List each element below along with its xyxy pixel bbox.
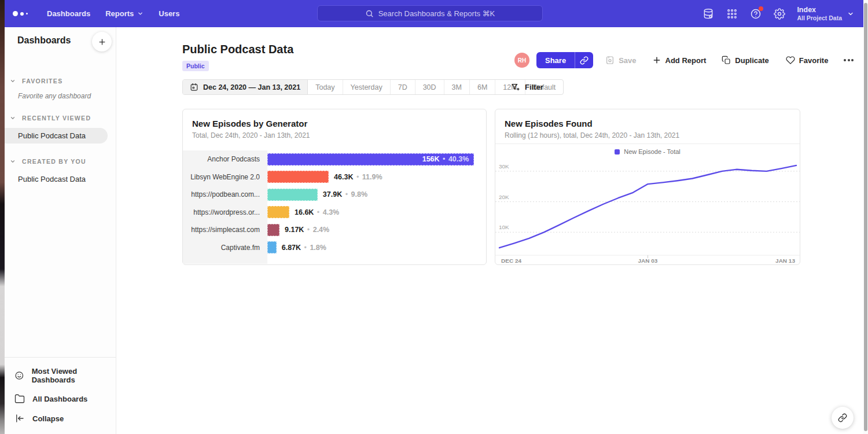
chevron-down-icon (137, 10, 144, 17)
preset-7d[interactable]: 7D (391, 80, 415, 94)
chart-subtitle: Total, Dec 24th, 2020 - Jan 13th, 2021 (192, 131, 310, 139)
nav-item-users[interactable]: Users (151, 0, 187, 27)
copy-link-floating-button[interactable] (832, 407, 854, 429)
bar-value-label: 9.17K • 2.4% (285, 226, 329, 234)
smiley-icon (14, 370, 24, 381)
bar-value-label: 16.6K • 4.3% (295, 208, 339, 216)
favorite-label: Favorite (799, 56, 829, 65)
preset-yesterday[interactable]: Yesterday (343, 80, 391, 94)
svg-text:JAN 13: JAN 13 (775, 258, 795, 264)
preset-6m[interactable]: 6M (470, 80, 495, 94)
link-icon (838, 413, 847, 422)
folder-icon (14, 393, 25, 404)
settings-button[interactable] (773, 8, 786, 20)
help-button[interactable] (749, 8, 762, 20)
footer-item-label: All Dashboards (32, 395, 87, 403)
plus-icon (652, 56, 661, 65)
nav-item-reports[interactable]: Reports (98, 0, 151, 27)
section-label: RECENTLY VIEWED (22, 115, 91, 122)
duplicate-icon (722, 56, 731, 65)
date-range-label: Dec 24, 2020 — Jan 13, 2021 (203, 83, 300, 91)
label-column-filler (183, 256, 486, 264)
sidebar-section-recently-viewed[interactable]: RECENTLY VIEWED (5, 115, 116, 122)
new-dashboard-button[interactable] (92, 32, 112, 52)
add-report-button[interactable]: Add Report (652, 56, 707, 65)
chart-title: New Episodes by Generator (192, 119, 307, 128)
line-chart[interactable]: 10K20K30KDEC 24JAN 03JAN 13 (495, 159, 800, 264)
bar-segment[interactable] (267, 241, 277, 253)
search-placeholder: Search Dashboards & Reports ⌘K (378, 9, 495, 18)
sidebar-section-created-by-you[interactable]: CREATED BY YOU (5, 158, 116, 165)
bar-track: 46.3K • 11.9% (267, 168, 486, 186)
bar-value-label: 46.3K • 11.9% (334, 173, 382, 181)
card-new-episodes-by-generator: New Episodes by Generator Total, Dec 24t… (182, 109, 487, 265)
gear-icon (774, 8, 785, 20)
plus-icon (98, 38, 106, 46)
add-report-label: Add Report (665, 56, 707, 65)
search-icon (365, 9, 374, 18)
bar-segment[interactable] (267, 171, 329, 183)
chart-title: New Episodes Found (505, 119, 593, 128)
bar-category-label: https://wordpress.or... (183, 204, 267, 222)
save-label: Save (619, 56, 636, 65)
preset-today[interactable]: Today (308, 80, 343, 94)
preset-3m[interactable]: 3M (444, 80, 470, 94)
favorite-button[interactable]: Favorite (786, 56, 829, 65)
date-range-picker[interactable]: Dec 24, 2020 — Jan 13, 2021 (183, 80, 308, 94)
page-title: Public Podcast Data (182, 43, 293, 56)
share-button[interactable]: Share (536, 52, 575, 68)
sidebar-item-public-podcast-data[interactable]: Public Podcast Data (5, 171, 108, 187)
bar-track: 156K • 40.3% (267, 150, 486, 168)
all-dashboards-button[interactable]: All Dashboards (5, 389, 116, 409)
most-viewed-dashboards-button[interactable]: Most Viewed Dashboards (5, 362, 116, 389)
footer-item-label: Collapse (32, 414, 64, 423)
background-window-sliver (0, 0, 5, 434)
chart-legend: New Episode - Total (495, 144, 800, 159)
project-scope: All Project Data (797, 14, 842, 22)
data-sources-button[interactable] (702, 8, 715, 20)
search-input[interactable]: Search Dashboards & Reports ⌘K (317, 5, 543, 21)
bar-value-label: 156K • 40.3% (422, 155, 469, 163)
bar-segment[interactable]: 156K • 40.3% (267, 153, 474, 165)
svg-text:10K: 10K (499, 224, 509, 230)
nav-item-label: Reports (105, 9, 134, 18)
collapse-sidebar-button[interactable]: Collapse (5, 409, 116, 428)
svg-text:30K: 30K (499, 163, 509, 170)
bar-value-label: 6.87K • 1.8% (282, 244, 326, 252)
grid-dots-icon (726, 8, 738, 20)
nav-item-label: Dashboards (47, 9, 90, 18)
avatar[interactable]: RH (514, 53, 529, 68)
bar-segment[interactable] (267, 189, 318, 201)
chevron-down-icon (10, 159, 16, 164)
project-switcher[interactable]: Index All Project Data (797, 6, 854, 22)
save-icon (605, 56, 615, 65)
bar-segment[interactable] (267, 224, 279, 236)
sidebar-section-favorites[interactable]: FAVORITES (5, 78, 116, 84)
sidebar-item-public-podcast-data[interactable]: Public Podcast Data (5, 128, 108, 144)
link-icon (580, 56, 589, 65)
nav-item-dashboards[interactable]: Dashboards (39, 0, 98, 27)
apps-grid-button[interactable] (726, 8, 738, 20)
svg-text:JAN 03: JAN 03 (638, 258, 658, 264)
top-nav: Dashboards Reports Users Search Dashboar… (5, 0, 863, 27)
more-options-button[interactable] (843, 57, 855, 64)
scrollbar-thumb[interactable] (864, 3, 867, 431)
duplicate-button[interactable]: Duplicate (722, 56, 769, 65)
section-label: FAVORITES (22, 78, 62, 84)
bar-category-label: Anchor Podcasts (183, 150, 267, 168)
share-link-button[interactable] (575, 52, 593, 68)
bar-row: https://simplecast.com9.17K • 2.4% (183, 221, 486, 239)
header-actions: RH Share Save Add Report Duplicate Favor… (514, 52, 855, 68)
bar-category-label: Libsyn WebEngine 2.0 (183, 168, 267, 186)
bar-row: Anchor Podcasts156K • 40.3% (183, 150, 486, 168)
footer-item-label: Most Viewed Dashboards (32, 367, 116, 384)
filter-button[interactable]: Filter (511, 79, 543, 95)
app-logo[interactable] (13, 11, 28, 16)
bar-track: 37.9K • 9.8% (267, 186, 486, 204)
bar-segment[interactable] (267, 206, 289, 218)
bar-category-label: https://podbean.com... (183, 186, 267, 204)
save-button[interactable]: Save (605, 56, 636, 65)
preset-30d[interactable]: 30D (415, 80, 444, 94)
filter-label: Filter (525, 83, 543, 91)
bar-chart: Anchor Podcasts156K • 40.3%Libsyn WebEng… (183, 150, 486, 264)
